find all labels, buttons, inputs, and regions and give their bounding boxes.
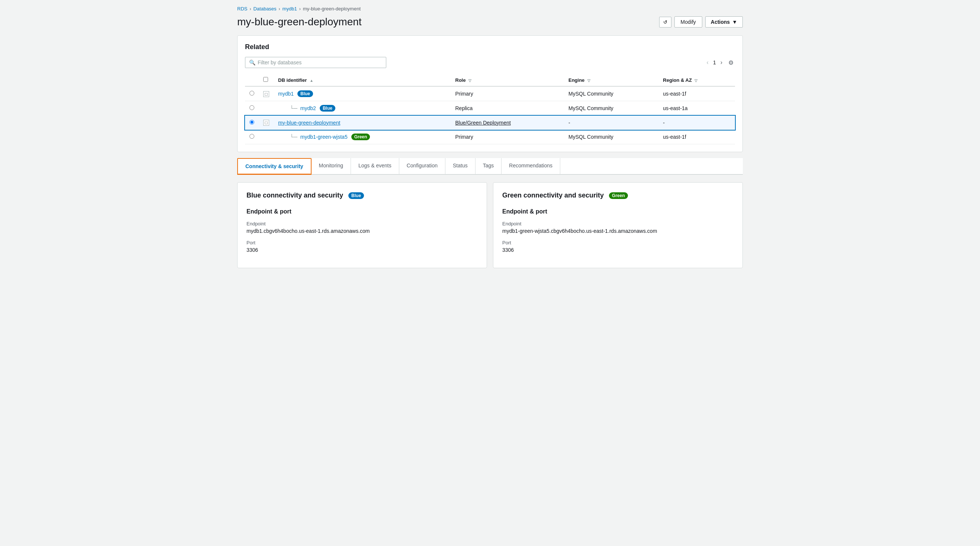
col-region-az[interactable]: Region & AZ ▽ <box>659 74 735 86</box>
region-mydb2: us-east-1a <box>659 101 735 116</box>
search-icon: 🔍 <box>249 59 255 65</box>
radio-bgd[interactable] <box>250 120 254 124</box>
green-panel-badge: Green <box>609 192 628 199</box>
checkbox-cell-green <box>259 130 274 144</box>
modify-button[interactable]: Modify <box>675 16 702 27</box>
pagination-row: ‹ 1 › ⚙ <box>705 58 735 67</box>
next-page-button[interactable]: › <box>719 58 724 67</box>
region-bgd: - <box>659 116 735 130</box>
link-mydb2[interactable]: mydb2 <box>301 105 316 111</box>
db-id-mydb2: └─ mydb2 Blue <box>274 101 451 116</box>
col-db-identifier[interactable]: DB identifier ▲ <box>274 74 451 86</box>
role-bgd: Blue/Green Deployment <box>451 116 564 130</box>
actions-button[interactable]: Actions ▼ <box>705 16 743 27</box>
page-header: my-blue-green-deployment ↺ Modify Action… <box>237 16 743 28</box>
link-mydb1[interactable]: mydb1 <box>278 91 294 97</box>
tabs-bar: Connectivity & security Monitoring Logs … <box>237 158 743 175</box>
green-endpoint-value: mydb1-green-wjsta5.cbgv6h4bocho.us-east-… <box>502 228 733 234</box>
table-row: □ mydb1 Blue Primary MySQL Community us-… <box>245 86 735 101</box>
breadcrumb-sep-2: › <box>279 6 280 11</box>
green-endpoint-section-title: Endpoint & port <box>502 208 733 215</box>
radio-cell-mydb2 <box>245 101 259 116</box>
engine-bgd: - <box>564 116 659 130</box>
filter-row: 🔍 ‹ 1 › ⚙ <box>245 57 735 68</box>
badge-green-mydb1: Green <box>351 134 370 140</box>
col-checkbox <box>259 74 274 86</box>
region-sort-icon: ▽ <box>694 78 697 83</box>
role-sort-icon: ▽ <box>468 78 471 83</box>
engine-mydb1: MySQL Community <box>564 86 659 101</box>
col-radio <box>245 74 259 86</box>
engine-mydb2: MySQL Community <box>564 101 659 116</box>
related-panel-title: Related <box>245 43 735 51</box>
blue-panel-badge: Blue <box>348 192 364 199</box>
table-settings-button[interactable]: ⚙ <box>727 58 735 67</box>
tab-monitoring[interactable]: Monitoring <box>312 158 351 175</box>
breadcrumb-databases[interactable]: Databases <box>253 6 276 11</box>
search-box: 🔍 <box>245 57 386 68</box>
radio-mydb2[interactable] <box>250 105 254 110</box>
blue-panel-title: Blue connectivity and security Blue <box>247 191 478 199</box>
badge-blue-mydb2: Blue <box>320 105 335 111</box>
db-id-bgd: my-blue-green-deployment <box>274 116 451 130</box>
role-mydb2: Replica <box>451 101 564 116</box>
green-connectivity-panel: Green connectivity and security Green En… <box>493 182 743 268</box>
region-mydb1: us-east-1f <box>659 86 735 101</box>
prev-page-button[interactable]: ‹ <box>705 58 710 67</box>
tab-recommendations[interactable]: Recommendations <box>501 158 560 175</box>
tab-status[interactable]: Status <box>445 158 476 175</box>
actions-label: Actions <box>711 19 730 25</box>
checkbox-cell-mydb2 <box>259 101 274 116</box>
db-id-green: └─ mydb1-green-wjsta5 Green <box>274 130 451 144</box>
connectivity-panels: Blue connectivity and security Blue Endp… <box>237 182 743 268</box>
breadcrumb-sep-1: › <box>250 6 251 11</box>
radio-cell-mydb1 <box>245 86 259 101</box>
breadcrumb-rds[interactable]: RDS <box>237 6 247 11</box>
tree-line-mydb2: └─ <box>290 105 298 111</box>
checkbox-cell-mydb1: □ <box>259 86 274 101</box>
expand-icon-bgd[interactable]: □ <box>263 120 269 126</box>
table-row-selected: □ my-blue-green-deployment Blue/Green De… <box>245 116 735 130</box>
radio-cell-bgd <box>245 116 259 130</box>
related-table: DB identifier ▲ Role ▽ Engine ▽ Region &… <box>245 74 735 144</box>
tab-connectivity-security[interactable]: Connectivity & security <box>237 158 312 175</box>
role-mydb1: Primary <box>451 86 564 101</box>
refresh-icon: ↺ <box>663 19 667 25</box>
blue-endpoint-value: mydb1.cbgv6h4bocho.us-east-1.rds.amazona… <box>247 228 478 234</box>
expand-icon-mydb1[interactable]: □ <box>263 91 269 97</box>
breadcrumb-sep-3: › <box>299 6 301 11</box>
breadcrumb: RDS › Databases › mydb1 › my-blue-green-… <box>237 6 743 11</box>
engine-green: MySQL Community <box>564 130 659 144</box>
green-port-value: 3306 <box>502 247 733 253</box>
select-all-checkbox[interactable] <box>263 77 268 82</box>
header-actions: ↺ Modify Actions ▼ <box>659 16 743 27</box>
radio-green[interactable] <box>250 134 254 139</box>
col-engine[interactable]: Engine ▽ <box>564 74 659 86</box>
tab-tags[interactable]: Tags <box>476 158 502 175</box>
badge-blue-mydb1: Blue <box>298 91 313 97</box>
breadcrumb-mydb1[interactable]: mydb1 <box>283 6 297 11</box>
page-title: my-blue-green-deployment <box>237 16 362 28</box>
refresh-button[interactable]: ↺ <box>659 17 671 27</box>
db-id-mydb1: mydb1 Blue <box>274 86 451 101</box>
link-bgd[interactable]: my-blue-green-deployment <box>278 120 340 126</box>
blue-connectivity-panel: Blue connectivity and security Blue Endp… <box>237 182 487 268</box>
green-panel-title: Green connectivity and security Green <box>502 191 733 199</box>
link-mydb1-green[interactable]: mydb1-green-wjsta5 <box>301 134 348 140</box>
radio-cell-green <box>245 130 259 144</box>
col-role[interactable]: Role ▽ <box>451 74 564 86</box>
breadcrumb-current: my-blue-green-deployment <box>303 6 361 11</box>
green-port-label: Port <box>502 240 733 245</box>
engine-sort-icon: ▽ <box>587 78 590 83</box>
db-sort-icon: ▲ <box>310 78 313 83</box>
region-green: us-east-1f <box>659 130 735 144</box>
tab-logs-events[interactable]: Logs & events <box>351 158 399 175</box>
search-input[interactable] <box>258 59 382 65</box>
tree-line-green: └─ <box>290 134 298 140</box>
green-endpoint-label: Endpoint <box>502 221 733 226</box>
blue-port-label: Port <box>247 240 478 245</box>
tab-configuration[interactable]: Configuration <box>399 158 445 175</box>
checkbox-cell-bgd: □ <box>259 116 274 130</box>
actions-chevron-icon: ▼ <box>732 19 737 25</box>
radio-mydb1[interactable] <box>250 91 254 96</box>
